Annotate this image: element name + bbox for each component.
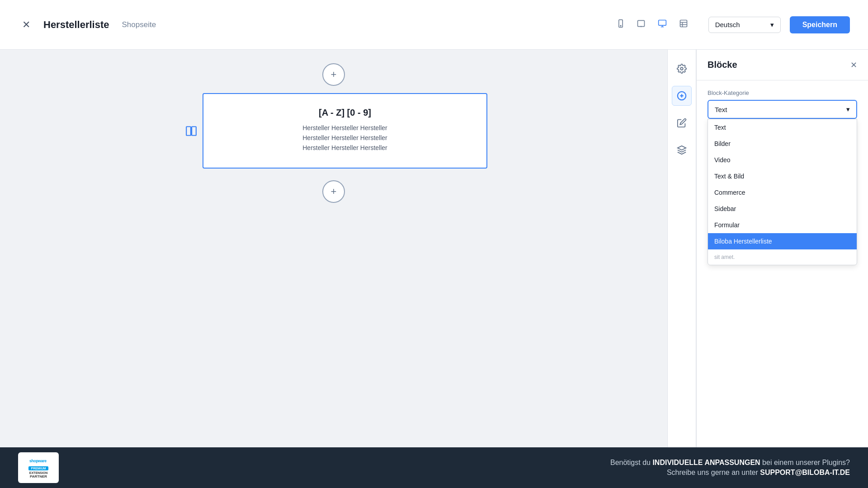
editor-canvas: + [A - Z] [0 - 9] Hersteller Hersteller … xyxy=(0,50,667,447)
panel-body: Block-Kategorie Text ▾ Text Bilder Video… xyxy=(697,80,868,447)
panel-close-button[interactable]: ✕ xyxy=(850,60,857,70)
footer-text: Benötigst du INDIVIDUELLE ANPASSUNGEN be… xyxy=(72,459,850,477)
chevron-down-icon: ▾ xyxy=(846,105,850,113)
footer-line1-suffix: bei einem unserer Plugins? xyxy=(760,459,850,466)
dropdown-item-bilder[interactable]: Bilder xyxy=(708,136,857,152)
svg-rect-2 xyxy=(637,20,644,26)
svg-text:shopware: shopware xyxy=(29,459,47,463)
extension-text: EXTENSION xyxy=(29,471,47,474)
block-row-3: Hersteller Hersteller Hersteller xyxy=(212,144,477,151)
list-view-icon[interactable] xyxy=(677,17,690,32)
footer: shopware PREMIUM EXTENSION PARTNER Benöt… xyxy=(0,447,868,488)
dropdown-item-text-bild[interactable]: Text & Bild xyxy=(708,168,857,184)
panel-title: Blöcke xyxy=(708,60,737,70)
topbar: ✕ Herstellerliste Shopseite Deutsch ▾ Sp… xyxy=(0,0,868,50)
category-dropdown[interactable]: Text ▾ Text Bilder Video Text & Bild Com… xyxy=(708,100,857,119)
footer-line1: Benötigst du INDIVIDUELLE ANPASSUNGEN be… xyxy=(72,459,850,467)
dropdown-item-video[interactable]: Video xyxy=(708,152,857,168)
footer-line2: Schreibe uns gerne an unter SUPPORT@BILO… xyxy=(72,469,850,477)
add-block-top-button[interactable]: + xyxy=(322,63,345,86)
layers-icon-button[interactable] xyxy=(672,140,692,160)
main-area: + [A - Z] [0 - 9] Hersteller Hersteller … xyxy=(0,50,868,447)
page-title: Herstellerliste xyxy=(43,19,109,31)
panel-header: Blöcke ✕ xyxy=(697,50,868,80)
svg-point-1 xyxy=(620,25,621,26)
svg-rect-5 xyxy=(680,20,687,27)
edit-icon-button[interactable] xyxy=(672,113,692,133)
mobile-icon[interactable] xyxy=(614,17,627,32)
svg-rect-10 xyxy=(192,127,196,136)
premium-text: PREMIUM xyxy=(28,466,48,470)
svg-point-3 xyxy=(641,26,641,27)
svg-point-11 xyxy=(680,67,683,70)
content-block[interactable]: [A - Z] [0 - 9] Hersteller Hersteller He… xyxy=(203,93,487,169)
dropdown-item-text[interactable]: Text xyxy=(708,119,857,136)
sidebar-icon-strip xyxy=(667,50,696,447)
block-row-1: Hersteller Hersteller Hersteller xyxy=(212,124,477,131)
footer-line2-prefix: Schreibe uns gerne an unter xyxy=(667,469,760,476)
footer-line1-bold: INDIVIDUELLE ANPASSUNGEN xyxy=(652,459,760,466)
footer-line1-prefix: Benötigst du xyxy=(610,459,652,466)
footer-line2-bold: SUPPORT@BILOBA-IT.DE xyxy=(760,469,850,476)
field-label: Block-Kategorie xyxy=(708,89,857,96)
page-subtitle: Shopseite xyxy=(122,20,156,29)
dropdown-item-commerce[interactable]: Commerce xyxy=(708,184,857,201)
content-row: [A - Z] [0 - 9] Hersteller Hersteller He… xyxy=(180,93,487,169)
settings-icon-button[interactable] xyxy=(672,59,692,79)
dropdown-item-formular[interactable]: Formular xyxy=(708,217,857,233)
desktop-icon[interactable] xyxy=(655,17,670,32)
chevron-down-icon: ▾ xyxy=(770,21,774,29)
dropdown-menu: Text Bilder Video Text & Bild Commerce S… xyxy=(708,119,857,265)
language-select[interactable]: Deutsch ▾ xyxy=(708,17,781,33)
tablet-icon[interactable] xyxy=(634,17,648,32)
shopware-logo: shopware xyxy=(29,457,47,465)
dropdown-item-sidebar[interactable]: Sidebar xyxy=(708,201,857,217)
close-button[interactable]: ✕ xyxy=(18,17,34,33)
dropdown-item-lorem: sit amet. xyxy=(708,249,857,265)
partner-text: PARTNER xyxy=(30,474,47,479)
svg-rect-4 xyxy=(658,20,666,26)
save-button[interactable]: Speichern xyxy=(790,16,850,33)
block-row-2: Hersteller Hersteller Hersteller xyxy=(212,134,477,141)
block-title: [A - Z] [0 - 9] xyxy=(212,108,477,118)
shopware-badge: shopware PREMIUM EXTENSION PARTNER xyxy=(18,452,59,483)
right-panel: Blöcke ✕ Block-Kategorie Text ▾ Text Bil… xyxy=(696,50,868,447)
add-block-bottom-button[interactable]: + xyxy=(322,180,345,203)
dropdown-selected-value: Text xyxy=(715,106,727,113)
svg-marker-15 xyxy=(678,146,686,150)
svg-rect-9 xyxy=(186,127,191,136)
dropdown-select[interactable]: Text ▾ xyxy=(708,100,857,119)
device-switcher xyxy=(614,17,690,32)
add-block-icon-button[interactable] xyxy=(672,86,692,106)
layout-icon[interactable] xyxy=(180,93,203,169)
dropdown-item-biloba[interactable]: Biloba Herstellerliste xyxy=(708,233,857,249)
